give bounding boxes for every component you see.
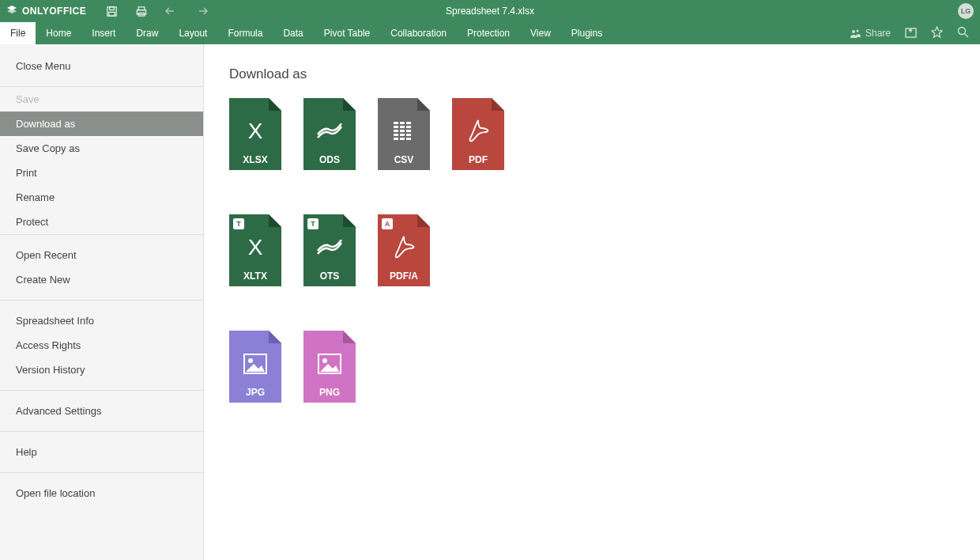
- svg-rect-24: [394, 126, 398, 128]
- user-avatar[interactable]: LG: [958, 3, 974, 19]
- tile-jpg[interactable]: JPG: [229, 331, 281, 403]
- tile-label: JPG: [229, 387, 281, 398]
- svg-rect-25: [400, 126, 405, 128]
- content-panel: Download as X XLSX ODS CSV: [204, 44, 980, 560]
- tile-pdfa[interactable]: A PDF/A: [378, 214, 430, 286]
- tab-draw[interactable]: Draw: [126, 22, 168, 44]
- tile-png[interactable]: PNG: [303, 331, 356, 403]
- tile-label: OTS: [303, 271, 356, 282]
- tile-label: PDF: [452, 154, 504, 165]
- svg-text:X: X: [248, 119, 263, 143]
- title-bar: ONLYOFFICE Spreadsheet 7.4.xlsx LG: [0, 0, 980, 22]
- tab-view[interactable]: View: [520, 22, 561, 44]
- tab-layout[interactable]: Layout: [168, 22, 217, 44]
- svg-point-8: [852, 30, 855, 33]
- sidebar-save-copy-as[interactable]: Save Copy as: [0, 136, 203, 161]
- sidebar-open-recent[interactable]: Open Recent: [0, 243, 203, 267]
- svg-point-9: [856, 30, 858, 32]
- sidebar-create-new[interactable]: Create New: [0, 267, 203, 292]
- svg-rect-22: [400, 122, 405, 124]
- svg-point-53: [322, 358, 327, 363]
- tab-plugins[interactable]: Plugins: [561, 22, 612, 44]
- tile-label: PNG: [303, 387, 356, 398]
- svg-marker-49: [246, 364, 265, 372]
- tile-ots[interactable]: T OTS: [303, 214, 356, 286]
- sidebar-help[interactable]: Help: [0, 440, 203, 464]
- file-sidebar: Close Menu Save Download as Save Copy as…: [0, 44, 204, 560]
- sidebar-close-menu[interactable]: Close Menu: [0, 54, 203, 78]
- redo-icon[interactable]: [195, 5, 208, 17]
- jpg-icon: [229, 345, 281, 383]
- svg-rect-35: [406, 138, 411, 140]
- tile-ods[interactable]: ODS: [303, 98, 356, 170]
- tile-label: PDF/A: [378, 271, 430, 282]
- xlsx-icon: X: [229, 112, 281, 150]
- svg-marker-15: [269, 98, 281, 111]
- tab-home[interactable]: Home: [36, 22, 81, 44]
- tile-xlsx[interactable]: X XLSX: [229, 98, 281, 170]
- sidebar-download-as[interactable]: Download as: [0, 112, 203, 136]
- tile-xltx[interactable]: T X XLTX: [229, 214, 281, 286]
- sidebar-advanced-settings[interactable]: Advanced Settings: [0, 399, 203, 423]
- svg-text:X: X: [248, 236, 263, 259]
- pdf-icon: [452, 112, 504, 150]
- svg-rect-21: [394, 122, 398, 124]
- sidebar-version-history[interactable]: Version History: [0, 358, 203, 382]
- share-icon: [850, 28, 861, 38]
- tile-label: XLTX: [229, 271, 281, 282]
- svg-rect-30: [394, 134, 398, 136]
- tab-collaboration[interactable]: Collaboration: [380, 22, 457, 44]
- svg-rect-3: [109, 6, 114, 9]
- tab-protection[interactable]: Protection: [457, 22, 520, 44]
- ods-icon: [303, 112, 356, 150]
- ots-icon: [303, 229, 356, 267]
- sidebar-access-rights[interactable]: Access Rights: [0, 333, 203, 358]
- share-button[interactable]: Share: [850, 28, 891, 39]
- svg-marker-11: [932, 27, 942, 37]
- archive-badge: A: [382, 218, 393, 229]
- svg-marker-1: [7, 9, 17, 13]
- template-badge: T: [307, 218, 318, 229]
- sidebar-protect[interactable]: Protect: [0, 210, 203, 234]
- sidebar-print[interactable]: Print: [0, 161, 203, 185]
- svg-line-13: [965, 34, 969, 38]
- svg-rect-28: [400, 130, 405, 132]
- tab-insert[interactable]: Insert: [81, 22, 126, 44]
- svg-marker-20: [417, 98, 430, 111]
- document-title: Spreadsheet 7.4.xlsx: [446, 6, 534, 17]
- svg-marker-46: [269, 331, 281, 343]
- tile-pdf[interactable]: PDF: [452, 98, 504, 170]
- brand-logo-icon: [6, 5, 17, 18]
- svg-rect-4: [108, 12, 115, 16]
- svg-marker-44: [417, 214, 430, 227]
- sidebar-save: Save: [0, 87, 203, 112]
- svg-marker-37: [492, 98, 504, 111]
- brand: ONLYOFFICE: [6, 5, 86, 18]
- open-location-icon[interactable]: [905, 27, 917, 40]
- tab-data[interactable]: Data: [273, 22, 313, 44]
- content-heading: Download as: [229, 66, 955, 82]
- save-icon[interactable]: [105, 5, 118, 17]
- tab-file[interactable]: File: [0, 22, 36, 44]
- svg-rect-31: [400, 134, 405, 136]
- pdfa-icon: [378, 229, 430, 267]
- svg-marker-54: [320, 364, 339, 372]
- tile-label: CSV: [378, 154, 430, 165]
- tab-formula[interactable]: Formula: [217, 22, 273, 44]
- svg-marker-42: [343, 214, 356, 227]
- tile-csv[interactable]: CSV: [378, 98, 430, 170]
- print-icon[interactable]: [135, 5, 148, 17]
- svg-rect-29: [406, 130, 411, 132]
- svg-marker-51: [343, 331, 356, 343]
- svg-rect-34: [400, 138, 405, 140]
- title-bar-actions: [105, 5, 208, 17]
- sidebar-spreadsheet-info[interactable]: Spreadsheet Info: [0, 308, 203, 333]
- tab-pivot[interactable]: Pivot Table: [314, 22, 380, 44]
- undo-icon[interactable]: [165, 5, 178, 17]
- svg-marker-39: [269, 214, 281, 227]
- sidebar-open-file-location[interactable]: Open file location: [0, 481, 203, 505]
- png-icon: [303, 345, 356, 383]
- favorite-icon[interactable]: [931, 26, 943, 40]
- search-icon[interactable]: [957, 26, 969, 40]
- sidebar-rename[interactable]: Rename: [0, 185, 203, 210]
